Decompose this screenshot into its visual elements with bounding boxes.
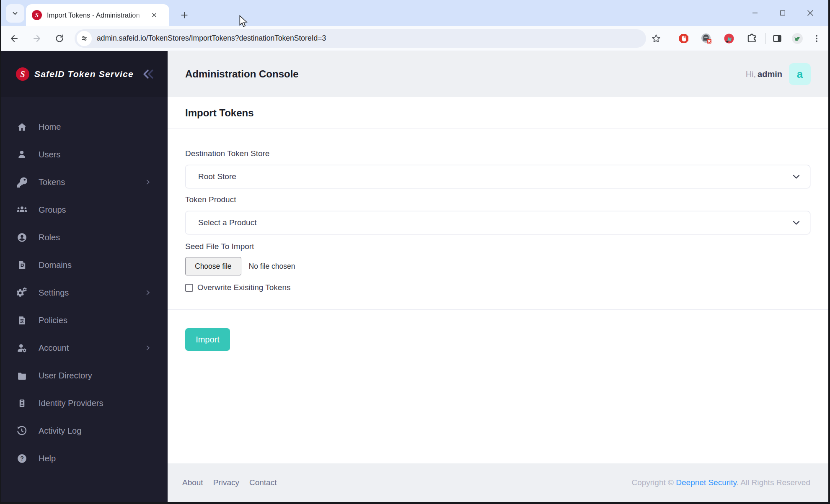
form-divider (168, 309, 828, 310)
browser-window: S Import Tokens - Administration (0, 0, 830, 504)
user-avatar[interactable]: a (789, 63, 811, 85)
plus-icon (180, 11, 189, 19)
history-icon (16, 425, 28, 437)
sidebar-item-users[interactable]: Users (1, 141, 168, 168)
brand-row: S SafeID Token Service (1, 51, 168, 97)
mouse-cursor (238, 15, 249, 28)
sidebar-collapse-button[interactable] (142, 69, 156, 80)
window-controls (741, 0, 824, 26)
select-chevron-icon (793, 221, 800, 225)
browser-toolbar: admin.safeid.io/TokenStores/ImportTokens… (1, 26, 828, 51)
seed-file-label: Seed File To Import (185, 242, 254, 251)
user-greeting: Hi,admin (746, 69, 782, 79)
side-panel-icon[interactable] (769, 30, 786, 47)
no-file-chosen-text: No file chosen (249, 262, 295, 271)
sidebar-item-account[interactable]: Account (1, 334, 168, 362)
bookmark-star-icon[interactable] (648, 30, 665, 47)
user-icon (16, 149, 28, 160)
adblock-extension-icon[interactable] (675, 30, 692, 47)
gears-icon (16, 287, 28, 298)
sidebar: S SafeID Token Service Home (1, 51, 168, 502)
page-head: Import Tokens (168, 97, 828, 129)
import-button[interactable]: Import (185, 328, 230, 351)
svg-text:?: ? (20, 455, 24, 462)
sidebar-item-identity-providers[interactable]: Identity Providers (1, 389, 168, 417)
reload-button[interactable] (50, 29, 69, 48)
sidebar-item-policies[interactable]: Policies (1, 306, 168, 334)
token-product-select[interactable]: Select a Product (185, 211, 810, 234)
sidebar-nav: Home Users Tokens (1, 113, 168, 472)
back-button[interactable] (5, 29, 23, 48)
sidebar-item-roles[interactable]: Roles (1, 224, 168, 251)
safeid-logo-icon: S (16, 67, 29, 81)
sidebar-item-activity-log[interactable]: Activity Log (1, 417, 168, 445)
toolbar-divider (765, 33, 765, 44)
browser-titlebar: S Import Tokens - Administration (1, 0, 828, 26)
destination-store-select[interactable]: Root Store (185, 165, 810, 188)
url-bar[interactable]: admin.safeid.io/TokenStores/ImportTokens… (75, 29, 646, 48)
deepnet-security-link[interactable]: Deepnet Security (676, 478, 736, 487)
overwrite-label: Overwrite Exisiting Tokens (197, 283, 290, 292)
home-icon (16, 121, 28, 133)
footer: About Privacy Contact Copyright © Deepne… (168, 463, 828, 502)
minimize-button[interactable] (741, 0, 769, 26)
choose-file-button[interactable]: Choose file (185, 257, 241, 275)
chevron-down-icon (11, 10, 19, 17)
key-icon (16, 176, 28, 188)
chevron-right-icon (145, 179, 151, 185)
copyright-text: Copyright © Deepnet Security. All Rights… (631, 478, 810, 487)
footer-link-privacy[interactable]: Privacy (213, 478, 239, 487)
safeid-favicon-icon: S (32, 10, 42, 20)
site-settings-icon[interactable] (77, 31, 92, 46)
console-title: Administration Console (185, 68, 299, 80)
overwrite-checkbox[interactable] (185, 284, 193, 292)
profile-avatar-icon[interactable] (789, 30, 806, 47)
tab-close-icon[interactable] (149, 10, 159, 20)
footer-link-about[interactable]: About (182, 478, 203, 487)
groups-icon (16, 204, 28, 216)
account-gear-icon (16, 342, 28, 354)
url-text[interactable]: admin.safeid.io/TokenStores/ImportTokens… (97, 34, 326, 43)
sidebar-item-tokens[interactable]: Tokens (1, 168, 168, 196)
extensions-puzzle-icon[interactable] (743, 30, 760, 47)
seed-file-input[interactable]: Choose file No file chosen (185, 257, 295, 275)
sidebar-item-settings[interactable]: Settings (1, 279, 168, 306)
main-content: Administration Console Hi,admin a Import… (168, 51, 828, 502)
sidebar-item-domains[interactable]: Domains (1, 251, 168, 279)
sidebar-item-home[interactable]: Home (1, 113, 168, 141)
chevron-right-icon (145, 345, 151, 351)
browser-menu-icon[interactable] (808, 30, 825, 47)
domain-icon (16, 259, 28, 271)
maximize-button[interactable] (769, 0, 796, 26)
select-chevron-icon (793, 175, 800, 179)
token-product-label: Token Product (185, 195, 236, 204)
id-card-icon (16, 397, 28, 409)
forward-button[interactable] (28, 29, 46, 48)
browser-tab[interactable]: S Import Tokens - Administration (26, 4, 169, 26)
tab-search-button[interactable] (6, 4, 24, 23)
role-icon (16, 231, 28, 243)
chevron-right-icon (145, 290, 151, 296)
sidebar-item-user-directory[interactable]: User Directory (1, 362, 168, 389)
close-window-button[interactable] (796, 0, 824, 26)
app-root: S SafeID Token Service Home (1, 51, 828, 502)
privacy-extension-icon[interactable] (698, 30, 715, 47)
help-icon: ? (16, 453, 28, 464)
brand-title: SafeID Token Service (34, 69, 134, 79)
sidebar-item-groups[interactable]: Groups (1, 196, 168, 224)
new-tab-button[interactable] (176, 7, 193, 23)
red-teal-extension-icon[interactable] (721, 30, 737, 47)
policy-icon (16, 314, 28, 326)
page-title: Import Tokens (185, 107, 254, 119)
destination-store-label: Destination Token Store (185, 149, 269, 158)
footer-link-contact[interactable]: Contact (249, 478, 277, 487)
console-header: Administration Console Hi,admin a (168, 51, 828, 97)
tab-title: Import Tokens - Administration (47, 11, 147, 19)
username: admin (758, 69, 782, 79)
double-chevron-left-icon (142, 69, 156, 80)
overwrite-checkbox-row[interactable]: Overwrite Exisiting Tokens (185, 282, 290, 293)
folder-icon (16, 370, 28, 381)
sidebar-item-help[interactable]: ? Help (1, 445, 168, 472)
